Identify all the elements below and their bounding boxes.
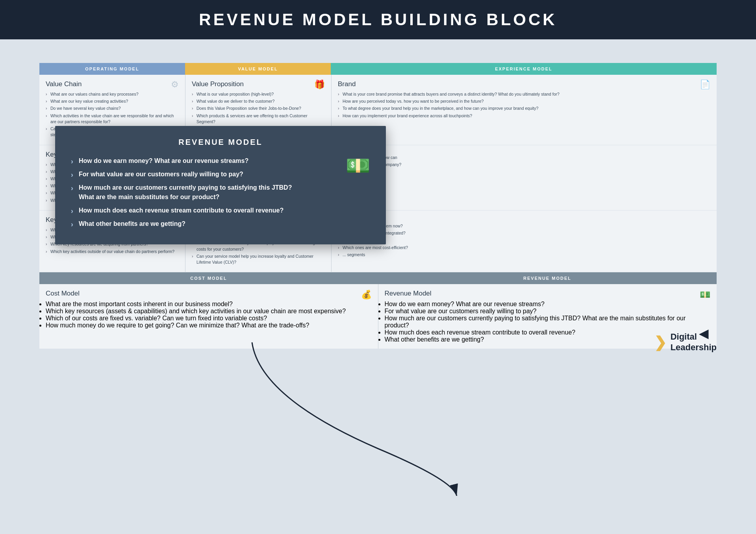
revenue-modal-list: How do we earn money? What are our reven…	[71, 156, 338, 233]
list-item: How are we reaching them now?	[338, 223, 710, 229]
main-content: OPERATING MODEL VALUE MODEL EXPERIENCE M…	[0, 39, 756, 364]
list-item: Which key activities outside of our valu…	[46, 249, 179, 255]
list-item: Do we have several key value chains?	[46, 105, 179, 111]
list-item: want to tell their friends	[338, 169, 710, 175]
page-header: REVENUE MODEL BUILDING BLOCK	[0, 0, 756, 39]
list-item: How are our Channels integrated?	[338, 230, 710, 236]
cost-model-header: COST MODEL	[39, 272, 378, 284]
list-item: How much are our customers currently pay…	[385, 315, 711, 329]
gear-icon: ⚙	[171, 80, 179, 89]
top-headers: OPERATING MODEL VALUE MODEL EXPERIENCE M…	[39, 63, 717, 75]
list-item: Which activities in the value chain are …	[46, 113, 179, 125]
list-item: Which ones are most cost-efficient?	[338, 245, 710, 251]
list-item: ... want to be reached?	[338, 216, 710, 222]
page-title: REVENUE MODEL BUILDING BLOCK	[199, 10, 557, 29]
logo-area: ❯ Digital Leadership	[654, 332, 717, 353]
list-item: To what degree does your brand help you …	[338, 105, 710, 111]
channels-block: ... want to be reached? How are we reach…	[332, 211, 717, 272]
channels-list: ... want to be reached? How are we reach…	[338, 216, 710, 258]
modal-list-item: For what value are our customers really …	[71, 170, 338, 179]
modal-list-item: How do we earn money? What are our reven…	[71, 156, 338, 166]
list-item: tween them and your company?	[338, 162, 710, 168]
list-item: Which ones work best?	[338, 238, 710, 244]
revenue-model-bottom-title: Revenue Model	[385, 290, 711, 297]
cost-model-block: 💰 Cost Model What are the most important…	[39, 284, 378, 349]
brand-title: Brand	[338, 80, 710, 88]
list-item: What are our key value creating activiti…	[46, 98, 179, 104]
brand-block: 📄 Brand What is your core brand promise …	[332, 75, 717, 145]
list-item: D of your customers, how can	[338, 155, 710, 161]
value-model-header: VALUE MODEL	[185, 63, 331, 75]
modal-list-item: How much are our customers currently pay…	[71, 183, 338, 202]
document-icon: 📄	[700, 80, 710, 89]
list-item: How do we earn money? What are our reven…	[385, 301, 711, 308]
list-item: What value do we deliver to the customer…	[192, 98, 325, 104]
list-item: ... segments	[338, 252, 710, 258]
list-item: Can your service model help you increase…	[192, 253, 325, 265]
value-proposition-title: Value Proposition	[192, 80, 325, 88]
modal-list-item: How much does each revenue stream contri…	[71, 206, 338, 215]
experience-model-header: EXPERIENCE MODEL	[331, 63, 717, 75]
cost-model-title: Cost Model	[46, 290, 372, 297]
logo-text: Digital Leadership	[671, 332, 717, 353]
list-item: What is your core brand promise that att…	[338, 91, 710, 97]
gift-icon: 🎁	[314, 80, 325, 89]
bottom-cards: 💰 Cost Model What are the most important…	[39, 284, 717, 349]
revenue-modal: REVENUE MODEL How do we earn money? What…	[55, 126, 386, 244]
operating-model-header: OPERATING MODEL	[39, 63, 185, 75]
modal-money-icon: 💵	[346, 154, 370, 177]
brand-list: What is your core brand promise that att…	[338, 91, 710, 119]
list-item: Which products & services are we offerin…	[192, 113, 325, 125]
cost-model-list: What are the most important costs inhere…	[46, 301, 372, 329]
list-item: For what value are our customers really …	[385, 308, 711, 315]
mid-experience-list: D of your customers, how can tween them …	[338, 155, 710, 175]
list-item: How much money do we require to get goin…	[46, 322, 372, 329]
list-item: Which key resources (assets & capabiliti…	[46, 308, 372, 315]
revenue-icon: 💵	[700, 290, 710, 300]
list-item: What is our value proposition (high-leve…	[192, 91, 325, 97]
list-item: How can you implement your brand experie…	[338, 113, 710, 119]
mid-experience-block: D of your customers, how can tween them …	[332, 145, 717, 210]
list-item: Does this Value Proposition solve their …	[192, 105, 325, 111]
list-item: What are our values chains and key proce…	[46, 91, 179, 97]
value-chain-title: Value Chain	[46, 80, 179, 88]
list-item: Which of our costs are fixed vs. variabl…	[46, 315, 372, 322]
revenue-modal-body: How do we earn money? What are our reven…	[71, 156, 370, 233]
logo-chevron-icon: ❯	[654, 334, 667, 351]
bottom-headers: COST MODEL REVENUE MODEL	[39, 272, 717, 284]
list-item: How are you perceived today vs. how you …	[338, 98, 710, 104]
modal-list-item: What other benefits are we getting?	[71, 219, 338, 229]
revenue-modal-title: REVENUE MODEL	[71, 138, 370, 147]
revenue-model-header: REVENUE MODEL	[378, 272, 717, 284]
cost-icon: 💰	[361, 290, 372, 300]
list-item: What are the most important costs inhere…	[46, 301, 372, 308]
